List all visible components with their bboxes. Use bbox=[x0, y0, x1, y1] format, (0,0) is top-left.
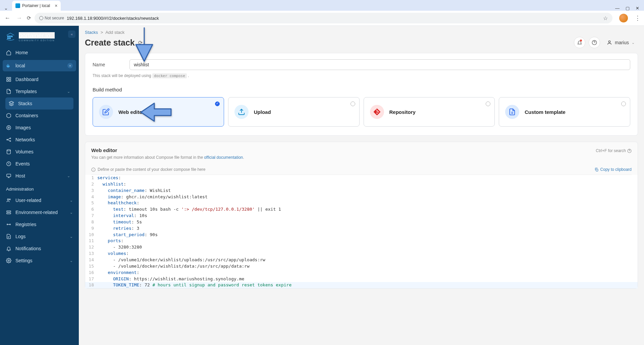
sidebar-item-events[interactable]: Events bbox=[3, 158, 76, 170]
method-upload[interactable]: Upload bbox=[228, 97, 360, 127]
sidebar-item-logs[interactable]: Logs⌄ bbox=[0, 230, 79, 243]
bell-icon bbox=[6, 246, 11, 251]
logo[interactable]: portainer.io COMMUNITY EDITION « bbox=[0, 26, 79, 47]
code-line[interactable]: 18 TOKEN_TIME: 72 # hours until signup a… bbox=[85, 282, 638, 288]
help-icon[interactable] bbox=[627, 149, 632, 153]
sidebar-item-settings[interactable]: Settings⌄ bbox=[0, 255, 79, 267]
sidebar-item-templates[interactable]: Templates⌄ bbox=[3, 85, 76, 97]
refresh-icon[interactable]: ⟳ bbox=[138, 40, 143, 46]
sidebar-item-label: Networks bbox=[15, 137, 35, 142]
code-line[interactable]: 4 image: ghcr.io/cmintey/wishlist:latest bbox=[85, 194, 638, 200]
chevron-down-icon: ⌄ bbox=[70, 198, 73, 203]
code-line[interactable]: 16 environment: bbox=[85, 270, 638, 276]
code-line[interactable]: 2 wishlist: bbox=[85, 181, 638, 188]
notifications-button[interactable] bbox=[574, 37, 585, 48]
profile-avatar-icon[interactable] bbox=[619, 14, 628, 22]
user-menu[interactable]: marius ⌄ bbox=[603, 38, 638, 47]
sidebar-item-networks[interactable]: Networks bbox=[3, 134, 76, 146]
method-label: Web editor bbox=[118, 109, 144, 115]
code-line[interactable]: 5 healthcheck: bbox=[85, 200, 638, 206]
brand-sub-text: COMMUNITY EDITION bbox=[19, 39, 55, 42]
url-box[interactable]: Not secure 192.168.1.18:9000/#!/2/docker… bbox=[35, 13, 612, 23]
minimize-icon[interactable]: — bbox=[615, 6, 620, 11]
favicon-icon bbox=[15, 3, 20, 8]
svg-point-22 bbox=[9, 199, 10, 200]
code-line[interactable]: 14 - /volume1/docker/wishlist/uploads:/u… bbox=[85, 257, 638, 263]
sidebar-item-env-related[interactable]: Environment-related⌄ bbox=[0, 206, 79, 218]
url-text: 192.168.1.18:9000/#!/2/docker/stacks/new… bbox=[67, 16, 159, 21]
code-line[interactable]: 11 ports: bbox=[85, 238, 638, 244]
username: marius bbox=[615, 40, 629, 45]
sidebar-item-label: Templates bbox=[15, 89, 37, 94]
svg-point-13 bbox=[7, 126, 11, 130]
sidebar-item-label: Events bbox=[15, 161, 30, 166]
templates-icon bbox=[6, 89, 11, 94]
collapse-sidebar-button[interactable]: « bbox=[68, 30, 75, 38]
sidebar-item-home[interactable]: Home bbox=[0, 47, 79, 59]
docker-icon bbox=[6, 63, 11, 68]
code-line[interactable]: 3 container_name: WishList bbox=[85, 188, 638, 194]
method-repository[interactable]: Repository bbox=[364, 97, 495, 127]
users-icon bbox=[6, 198, 11, 203]
method-web-editor[interactable]: Web editor bbox=[93, 97, 224, 127]
environment-close-icon[interactable]: × bbox=[67, 63, 73, 68]
chevron-down-icon: ⌄ bbox=[70, 259, 73, 263]
sidebar-item-stacks[interactable]: Stacks bbox=[5, 97, 73, 110]
sidebar-item-registries[interactable]: Registries bbox=[0, 218, 79, 230]
sidebar-item-volumes[interactable]: Volumes bbox=[3, 146, 76, 158]
sidebar-item-user-related[interactable]: User-related⌄ bbox=[0, 194, 79, 206]
stacks-icon bbox=[9, 101, 14, 106]
security-indicator[interactable]: Not secure bbox=[39, 16, 64, 20]
back-icon[interactable]: ← bbox=[3, 13, 12, 23]
close-window-icon[interactable]: ✕ bbox=[636, 6, 639, 11]
sidebar-item-label: Containers bbox=[15, 113, 38, 118]
radio-selected-icon bbox=[215, 101, 220, 106]
stack-name-input[interactable] bbox=[129, 59, 630, 70]
code-line[interactable]: 10 start_period: 90s bbox=[85, 232, 638, 238]
reload-icon[interactable]: ⟳ bbox=[27, 15, 31, 21]
environment-name: local bbox=[15, 63, 25, 68]
tab-search-dropdown[interactable]: ⌄ bbox=[3, 5, 9, 11]
code-line[interactable]: 6 test: timeout 10s bash -c ':> /dev/tcp… bbox=[85, 206, 638, 213]
sidebar-item-containers[interactable]: Containers bbox=[3, 110, 76, 122]
code-line[interactable]: 12 - 3280:3280 bbox=[85, 244, 638, 251]
sidebar-item-images[interactable]: Images bbox=[3, 122, 76, 134]
gear-icon bbox=[6, 258, 11, 263]
bookmark-star-icon[interactable]: ☆ bbox=[603, 15, 608, 21]
code-line[interactable]: 15 - /volume1/docker/wishlist/data:/usr/… bbox=[85, 263, 638, 270]
networks-icon bbox=[6, 137, 11, 142]
svg-point-17 bbox=[10, 141, 11, 142]
search-hint: Ctrl+F for search bbox=[596, 148, 632, 153]
home-icon bbox=[6, 50, 11, 55]
svg-rect-20 bbox=[7, 174, 11, 177]
code-line[interactable]: 13 volumes: bbox=[85, 251, 638, 257]
sidebar-item-host[interactable]: Host⌄ bbox=[3, 170, 76, 182]
images-icon bbox=[6, 125, 11, 130]
code-line[interactable]: 1services: bbox=[85, 175, 638, 181]
browser-menu-icon[interactable]: ⋮ bbox=[635, 14, 641, 22]
sidebar-item-label: Volumes bbox=[15, 149, 34, 154]
sidebar-item-label: Settings bbox=[15, 258, 33, 263]
code-line[interactable]: 8 timeout: 5s bbox=[85, 219, 638, 225]
method-label: Custom template bbox=[525, 109, 566, 115]
maximize-icon[interactable]: ▢ bbox=[626, 6, 630, 11]
code-line[interactable]: 7 interval: 10s bbox=[85, 213, 638, 219]
sidebar-item-dashboard[interactable]: Dashboard bbox=[3, 73, 76, 85]
app-root: portainer.io COMMUNITY EDITION « Home lo… bbox=[0, 26, 644, 345]
help-button[interactable] bbox=[589, 37, 600, 48]
sidebar-item-notifications[interactable]: Notifications bbox=[0, 243, 79, 255]
method-custom-template[interactable]: Custom template bbox=[499, 97, 630, 127]
forward-icon[interactable]: → bbox=[15, 13, 23, 23]
window-controls: — ▢ ✕ bbox=[615, 6, 644, 11]
docs-link[interactable]: official documentation bbox=[204, 155, 243, 160]
breadcrumb-root[interactable]: Stacks bbox=[85, 30, 98, 35]
tab-close-icon[interactable]: × bbox=[55, 3, 57, 8]
copy-to-clipboard-button[interactable]: Copy to clipboard bbox=[594, 167, 632, 172]
browser-tab[interactable]: Portainer | local × bbox=[12, 1, 61, 11]
sidebar-environment[interactable]: local × bbox=[3, 60, 76, 71]
sidebar-item-label: Images bbox=[15, 125, 31, 130]
code-line[interactable]: 9 retries: 3 bbox=[85, 225, 638, 232]
code-editor[interactable]: 1services:2 wishlist:3 container_name: W… bbox=[85, 175, 638, 288]
sidebar-item-label: User-related bbox=[15, 198, 41, 203]
code-line[interactable]: 17 ORIGIN: https://wishlist.mariushostin… bbox=[85, 276, 638, 282]
